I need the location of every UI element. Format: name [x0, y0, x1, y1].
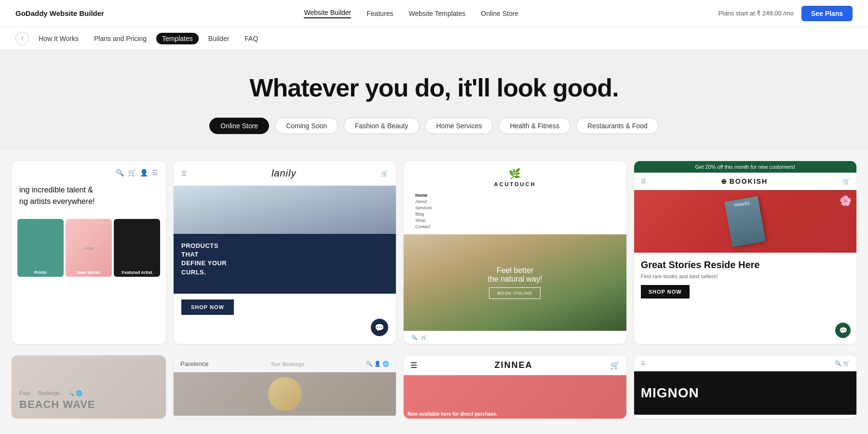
search-icon: 🔍	[116, 169, 124, 176]
top-navigation: GoDaddy Website Builder Website Builder …	[0, 0, 868, 27]
beach-nav-icons: 🔍 🌐	[68, 390, 82, 396]
bookish-chat-button[interactable]: 💬	[835, 323, 851, 338]
lanily-shop-button[interactable]: SHOP NOW	[181, 299, 234, 315]
beach-wave-title-text: BEACH WAVE	[19, 398, 95, 411]
parelence-icons: 🔍 👤 🌐	[366, 361, 389, 367]
acutouch-nav-shop: Shop	[415, 218, 614, 223]
acutouch-logo: ACUTOUCH	[411, 181, 618, 187]
template-card-bookish[interactable]: Get 20% off this month for new customers…	[634, 161, 856, 344]
parelence-hero-image	[174, 372, 396, 416]
acutouch-search-icon: 🔍	[411, 335, 417, 340]
lanily-logo: lanily	[271, 168, 297, 179]
user-icon: 👤	[140, 169, 148, 176]
template-card-beach-wave[interactable]: Four Bookings 🔍 🌐 BEACH WAVE	[12, 355, 166, 419]
filter-home-services[interactable]: Home Services	[425, 118, 493, 134]
template-card-acutouch[interactable]: 🌿 ACUTOUCH Home About Services Blog Shop…	[404, 161, 626, 344]
template-card-lanily[interactable]: ☰ lanily 🛒 PRODUCTS THAT DEFINE YOUR CUR…	[174, 161, 396, 344]
sub-nav-builder[interactable]: Builder	[203, 33, 235, 44]
filter-coming-soon[interactable]: Coming Soon	[275, 118, 338, 134]
template-grid-row2: Four Bookings 🔍 🌐 BEACH WAVE Parelence T…	[0, 355, 868, 430]
bookish-header: ☰ ⊕ BOOKISH 🛒	[634, 173, 856, 190]
price-text: Plans start at ₹ 249.00 /mo	[719, 10, 794, 17]
artist-text: ing incredible talent & ng artists every…	[12, 184, 166, 215]
see-plans-button[interactable]: See Plans	[801, 6, 853, 21]
parelence-nav-text: Tour Bookings	[271, 361, 304, 367]
acutouch-book-button[interactable]: BOOK ONLINE	[489, 287, 541, 299]
acutouch-logo-icon: 🌿	[411, 168, 618, 179]
filter-health-fitness[interactable]: Health & Fitness	[499, 118, 570, 134]
zinnea-hamburger-icon: ☰	[410, 361, 417, 370]
beach-nav-bookings: Bookings	[38, 390, 60, 396]
acutouch-hero-line1: Feel better	[488, 266, 542, 275]
food-image	[268, 377, 302, 411]
beach-wave-title: Four Bookings 🔍 🌐 BEACH WAVE	[19, 390, 95, 411]
nav-right: Plans start at ₹ 249.00 /mo See Plans	[719, 6, 853, 21]
bookish-hero-image: TRAVEL 🌸	[634, 190, 856, 253]
bookish-content: Great Stories Reside Here Find rare book…	[634, 253, 856, 305]
template-card-artist[interactable]: 🔍 🛒 👤 ☰ ing incredible talent & ng artis…	[12, 161, 166, 344]
template-grid-row1: 🔍 🛒 👤 ☰ ing incredible talent & ng artis…	[0, 149, 868, 355]
artist-images: Prints Looye New Works Featured Artist	[12, 215, 166, 281]
mignon-logo: MIGNON	[641, 385, 699, 401]
flowers-decoration: 🌸	[840, 195, 852, 206]
mignon-header: ☰ 🔍 🛒	[634, 355, 856, 371]
bookish-hamburger-icon: ☰	[641, 178, 646, 185]
sub-nav-templates[interactable]: Templates	[156, 33, 199, 44]
artist-img-featured: Featured Artist	[114, 219, 160, 277]
acutouch-nav-services: Services	[415, 205, 614, 210]
filter-fashion-beauty[interactable]: Fashion & Beauty	[344, 118, 420, 134]
acutouch-header: 🌿 ACUTOUCH	[404, 161, 626, 189]
acutouch-nav-about: About	[415, 199, 614, 204]
acutouch-nav-contact: Contact	[415, 224, 614, 229]
acutouch-hero-line2: the natural way!	[488, 275, 542, 284]
sub-nav-how-it-works[interactable]: How It Works	[33, 33, 84, 44]
nav-website-templates[interactable]: Website Templates	[409, 10, 466, 17]
bookish-shop-button[interactable]: SHOP NOW	[641, 285, 690, 298]
acutouch-hero-image: Feel better the natural way! BOOK ONLINE	[404, 234, 626, 331]
template-card-parelence[interactable]: Parelence Tour Bookings 🔍 👤 🌐	[174, 355, 396, 419]
scroll-up-icon[interactable]: ↑	[15, 32, 29, 45]
lanily-hero-image	[174, 186, 396, 234]
zinnea-hero-image: Now available here for direct purchase.	[404, 375, 626, 419]
featured-artist-label: Featured Artist	[116, 270, 158, 275]
template-card-mignon[interactable]: ☰ 🔍 🛒 MIGNON	[634, 355, 856, 419]
lanily-header: ☰ lanily 🛒	[174, 161, 396, 186]
filter-online-store[interactable]: Online Store	[209, 118, 269, 134]
acutouch-nav-home: Home	[415, 193, 614, 198]
sub-nav-faq[interactable]: FAQ	[239, 33, 264, 44]
nav-online-store[interactable]: Online Store	[481, 10, 518, 17]
zinnea-header: ☰ ZINNEA 🛒	[404, 355, 626, 375]
mignon-icons: 🔍 🛒	[835, 360, 850, 366]
lanily-cart-icon: 🛒	[381, 170, 388, 177]
cart-icon: 🛒	[128, 169, 136, 176]
card-top-icons: 🔍 🛒 👤 ☰	[12, 161, 166, 184]
brand-logo: GoDaddy Website Builder	[15, 9, 104, 17]
bookish-cart-icon: 🛒	[842, 178, 850, 185]
hero-title: Whatever you do, it'll look good.	[10, 73, 858, 102]
lanily-tagline: PRODUCTS THAT DEFINE YOUR CURLS.	[174, 234, 396, 294]
parelence-logo: Parelence	[180, 360, 209, 367]
filter-restaurants-food[interactable]: Restaurants & Food	[576, 118, 659, 134]
parelence-header: Parelence Tour Bookings 🔍 👤 🌐	[174, 355, 396, 372]
hamburger-icon: ☰	[181, 170, 187, 177]
filter-pills: Online Store Coming Soon Fashion & Beaut…	[10, 118, 858, 134]
menu-icon: ☰	[152, 169, 158, 176]
bookish-logo-icon: ⊕	[721, 177, 728, 185]
bookish-logo: ⊕ BOOKISH	[721, 177, 768, 185]
acutouch-nav-blog: Blog	[415, 212, 614, 217]
bookish-title: Great Stories Reside Here	[641, 259, 850, 271]
hero-section: Whatever you do, it'll look good. Online…	[0, 50, 868, 149]
nav-features[interactable]: Features	[366, 10, 393, 17]
nav-website-builder[interactable]: Website Builder	[304, 9, 351, 18]
sub-nav-plans-pricing[interactable]: Plans and Pricing	[88, 33, 152, 44]
book-cover-decoration: TRAVEL	[725, 196, 766, 247]
nav-links: Website Builder Features Website Templat…	[304, 9, 518, 18]
zinnea-cart-icon: 🛒	[610, 361, 620, 370]
mignon-dark-area: MIGNON	[634, 371, 856, 415]
new-works-label: New Works	[68, 270, 110, 275]
artist-img-prints: Prints	[17, 219, 64, 277]
prints-label: Prints	[19, 270, 62, 275]
sub-navigation: ↑ How It Works Plans and Pricing Templat…	[0, 27, 868, 50]
lanily-chat-button[interactable]: 💬	[371, 319, 388, 336]
template-card-zinnea[interactable]: ☰ ZINNEA 🛒 Now available here for direct…	[404, 355, 626, 419]
